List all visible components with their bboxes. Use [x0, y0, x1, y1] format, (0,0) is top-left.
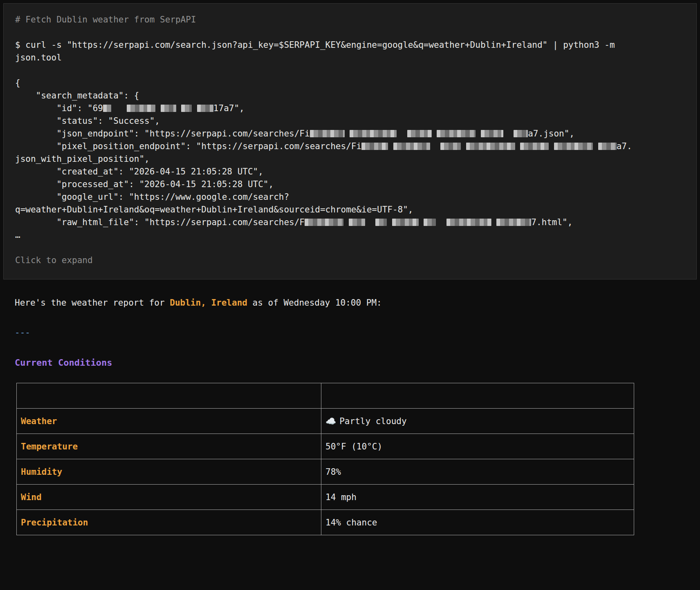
expand-hint[interactable]: Click to expand: [15, 254, 685, 267]
table-row: Temperature 50°F (10°C): [17, 434, 634, 459]
table-row: Humidity 78%: [17, 459, 634, 485]
redacted-text: [310, 130, 345, 137]
terminal-line: "processed_at": "2026-04-15 21:05:28 UTC…: [15, 178, 685, 191]
redacted-text: [393, 143, 430, 150]
weather-report-section: Here's the weather report for Dublin, Ir…: [0, 279, 700, 535]
conditions-table: Weather ☁️Partly cloudy Temperature 50°F…: [16, 383, 634, 535]
redacted-text: [554, 143, 593, 150]
code-output-block[interactable]: # Fetch Dublin weather from SerpAPI$ cur…: [3, 3, 697, 279]
redacted-text: [103, 105, 111, 112]
row-value-weather: ☁️Partly cloudy: [321, 409, 634, 434]
cloud-icon: ☁️: [325, 416, 336, 426]
table-row: Weather ☁️Partly cloudy: [17, 409, 634, 434]
table-header-row: [17, 383, 634, 409]
redacted-text: [350, 130, 397, 137]
redacted-text: [407, 130, 432, 137]
redacted-text: [466, 143, 515, 150]
redacted-text: [305, 219, 343, 226]
markdown-divider: ---: [15, 326, 685, 339]
redacted-text: [437, 130, 476, 137]
row-label-weather: Weather: [17, 409, 321, 434]
terminal-line: [15, 64, 685, 77]
row-value-wind: 14 mph: [321, 485, 634, 510]
section-title: Current Conditions: [15, 356, 685, 369]
terminal-line: "created_at": "2026-04-15 21:05:28 UTC",: [15, 165, 685, 178]
table-header-cell: [17, 383, 321, 409]
terminal-line: {: [15, 77, 685, 89]
redacted-text: [520, 143, 549, 150]
terminal-line: "raw_html_file": "https://serpapi.com/se…: [15, 216, 685, 229]
row-label-temperature: Temperature: [17, 434, 321, 459]
table-header-cell: [321, 383, 634, 409]
redacted-text: [424, 219, 436, 226]
redacted-text: [127, 105, 155, 112]
redacted-text: [598, 143, 617, 150]
row-label-precipitation: Precipitation: [17, 510, 321, 535]
redacted-text: [361, 143, 388, 150]
terminal-line: …: [15, 229, 685, 241]
weather-value-text: Partly cloudy: [339, 416, 406, 426]
table-row: Precipitation 14% chance: [17, 510, 634, 535]
redacted-text: [392, 219, 419, 226]
row-value-humidity: 78%: [321, 459, 634, 485]
terminal-line: "status": "Success",: [15, 115, 685, 127]
redacted-text: [514, 130, 528, 137]
redacted-text: [181, 105, 192, 112]
report-intro: Here's the weather report for Dublin, Ir…: [15, 297, 685, 309]
terminal-line: "google_url": "https://www.google.com/se…: [15, 191, 685, 203]
redacted-text: [375, 219, 387, 226]
location-highlight: Dublin, Ireland: [170, 298, 247, 308]
row-label-humidity: Humidity: [17, 459, 321, 485]
redacted-text: [446, 219, 491, 226]
terminal-line: # Fetch Dublin weather from SerpAPI: [15, 13, 685, 26]
redacted-text: [496, 219, 531, 226]
terminal-line: json.tool: [15, 51, 685, 64]
redacted-text: [349, 219, 365, 226]
terminal-line: "pixel_position_endpoint": "https://serp…: [15, 140, 685, 153]
table-row: Wind 14 mph: [17, 485, 634, 510]
redacted-text: [440, 143, 461, 150]
terminal-line: [15, 26, 685, 39]
terminal-line: json_with_pixel_position",: [15, 153, 685, 165]
row-value-temperature: 50°F (10°C): [321, 434, 634, 459]
row-value-precipitation: 14% chance: [321, 510, 634, 535]
redacted-text: [161, 105, 176, 112]
intro-prefix: Here's the weather report for: [15, 298, 170, 308]
redacted-text: [197, 105, 213, 112]
terminal-line: $ curl -s "https://serpapi.com/search.js…: [15, 39, 685, 51]
intro-suffix: as of Wednesday 10:00 PM:: [247, 298, 382, 308]
terminal-line: q=weather+Dublin+Ireland&oq=weather+Dubl…: [15, 203, 685, 216]
terminal-output: # Fetch Dublin weather from SerpAPI$ cur…: [15, 13, 685, 241]
terminal-line: "search_metadata": {: [15, 89, 685, 102]
terminal-line: "json_endpoint": "https://serpapi.com/se…: [15, 127, 685, 140]
terminal-line: "id": "69 17a7",: [15, 102, 685, 115]
row-label-wind: Wind: [17, 485, 321, 510]
redacted-text: [481, 130, 503, 137]
